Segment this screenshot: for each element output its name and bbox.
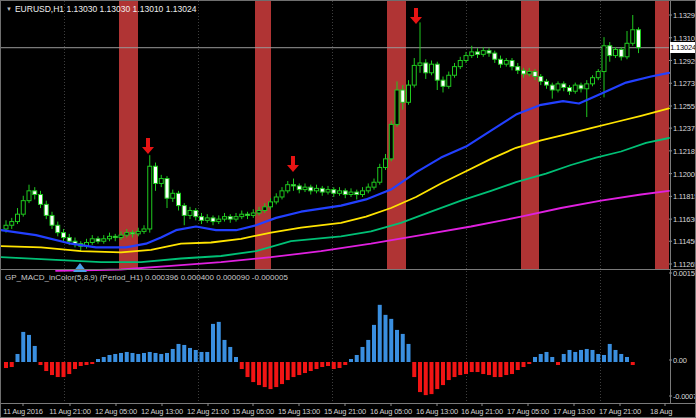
bull-candle-body: [614, 49, 618, 55]
time-axis-label: 15 Aug 05:00: [232, 407, 274, 416]
bear-candle-body: [194, 211, 198, 217]
histogram-bar-down: [50, 362, 54, 375]
bear-candle-body: [550, 85, 554, 90]
bear-candle-body: [50, 215, 54, 225]
histogram-bar-up: [579, 350, 583, 362]
histogram-bar-up: [361, 347, 365, 362]
histogram-bar-up: [625, 357, 629, 362]
bull-candle-body: [430, 64, 434, 73]
price-axis-label: 1.12370: [673, 124, 696, 133]
ma-blue-line: [1, 73, 669, 248]
bear-candle-body: [579, 85, 583, 89]
histogram-bar-up: [159, 354, 163, 362]
bull-candle-body: [269, 202, 273, 207]
histogram-bar-down: [631, 362, 635, 365]
bear-candle-body: [533, 72, 537, 77]
bear-candle-body: [177, 193, 181, 205]
histogram-bar-up: [401, 334, 405, 362]
bull-candle-body: [159, 179, 163, 184]
histogram-bar-down: [499, 362, 503, 377]
histogram-bar-down: [504, 362, 508, 375]
histogram-bar-up: [585, 349, 589, 362]
mt4-chart-window: ▼EURUSD,H1 1.13030 1.13030 1.13010 1.130…: [0, 0, 696, 418]
ma-yellow-line: [1, 108, 669, 252]
histogram-bar-down: [527, 362, 531, 364]
bull-candle-body: [631, 30, 635, 44]
bull-candle-body: [315, 188, 319, 190]
histogram-bar-down: [280, 362, 284, 384]
bull-candle-body: [4, 225, 8, 229]
chart-canvas[interactable]: [1, 1, 696, 418]
histogram-bar-up: [619, 354, 623, 362]
histogram-bar-down: [73, 362, 77, 369]
bull-candle-body: [205, 218, 209, 220]
histogram-bar-up: [591, 350, 595, 362]
bull-candle-body: [591, 78, 595, 84]
time-axis-label: 16 Aug 21:00: [461, 407, 503, 416]
bear-candle-body: [562, 84, 566, 88]
time-axis-label: 11 Aug 21:00: [49, 407, 90, 416]
bull-candle-body: [27, 191, 31, 201]
histogram-bar-up: [378, 305, 382, 362]
bull-candle-body: [407, 85, 411, 102]
sell-arrow-icon[interactable]: [410, 8, 422, 24]
histogram-bar-down: [297, 362, 301, 375]
candlestick-series: [4, 15, 641, 251]
histogram-bar-down: [67, 362, 71, 374]
bull-candle-body: [16, 214, 20, 221]
histogram-bar-down: [435, 362, 439, 389]
price-axis-label: 1.12185: [673, 146, 696, 155]
indicator-label: GP_MACD_inColor(5,8,9) (Period_H1) 0.000…: [5, 273, 288, 282]
histogram-bar-up: [136, 354, 140, 362]
bull-candle-body: [125, 233, 129, 235]
bear-candle-body: [56, 225, 60, 232]
buy-marker-icon[interactable]: [73, 263, 87, 272]
histogram-bar-down: [79, 362, 83, 366]
price-axis-label: 1.11450: [673, 237, 696, 246]
histogram-bar-up: [545, 352, 549, 362]
histogram-bar-up: [533, 357, 537, 362]
bull-candle-body: [10, 222, 14, 226]
bull-candle-body: [395, 90, 399, 124]
histogram-bar-up: [562, 354, 566, 362]
signal-band: [119, 1, 138, 269]
time-axis-label: 18 Aug 05:00: [650, 407, 680, 418]
bull-candle-body: [251, 213, 255, 215]
current-price-tag: 1.13024: [670, 42, 696, 53]
symbol-dropdown-icon[interactable]: ▼: [6, 6, 12, 12]
histogram-bar-down: [441, 362, 445, 385]
histogram-bar-down: [10, 362, 14, 367]
bear-candle-body: [522, 70, 526, 74]
bull-candle-body: [338, 191, 342, 193]
histogram-bar-up: [596, 354, 600, 362]
histogram-bar-up: [113, 354, 117, 362]
bull-candle-body: [21, 201, 25, 215]
bear-candle-body: [516, 67, 520, 71]
histogram-bar-down: [493, 362, 497, 377]
bear-candle-body: [545, 81, 549, 85]
bull-candle-body: [102, 239, 106, 241]
sell-arrow-icon[interactable]: [142, 138, 154, 154]
bear-candle-body: [487, 51, 491, 53]
bear-candle-body: [309, 187, 313, 191]
bull-candle-body: [556, 84, 560, 90]
time-axis-label: 17 Aug 21:00: [599, 407, 641, 416]
bull-candle-body: [171, 193, 175, 198]
histogram-bar-up: [27, 335, 31, 362]
histogram-bar-up: [389, 319, 393, 362]
indicator-axis-label: -0.000705: [673, 392, 696, 401]
price-axis-label: 1.12550: [673, 102, 696, 111]
bull-candle-body: [481, 51, 485, 55]
bear-candle-body: [228, 217, 232, 219]
bear-candle-body: [332, 190, 336, 194]
histogram-bar-down: [315, 362, 319, 369]
sell-arrow-icon[interactable]: [287, 156, 299, 172]
signal-band: [521, 1, 539, 269]
histogram-bar-up: [608, 344, 612, 362]
bear-candle-body: [292, 185, 296, 186]
histogram-bar-down: [251, 362, 255, 382]
time-axis-label: 11 Aug 2016: [3, 407, 42, 416]
histogram-bar-down: [430, 362, 434, 394]
bull-candle-body: [326, 190, 330, 192]
bear-candle-body: [510, 60, 514, 66]
